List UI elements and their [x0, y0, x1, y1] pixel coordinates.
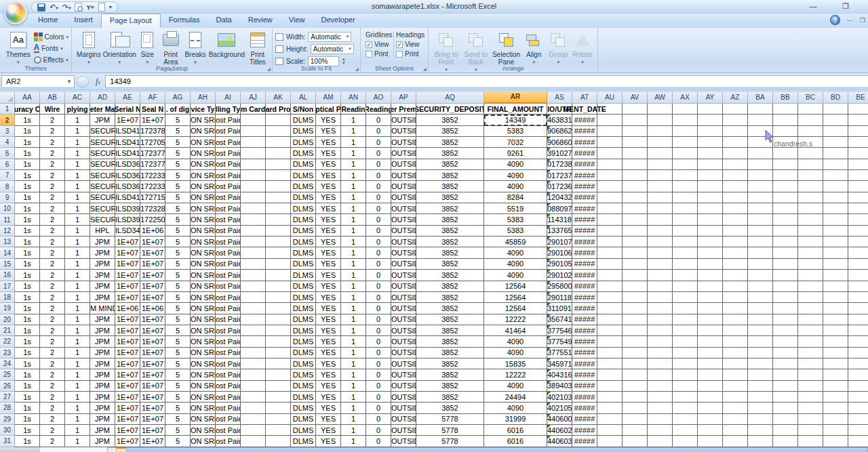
- cell[interactable]: 290106: [547, 247, 572, 258]
- cell[interactable]: [798, 214, 823, 225]
- cell[interactable]: [648, 425, 673, 436]
- formula-bar-splitter[interactable]: [77, 76, 89, 87]
- cell[interactable]: 5: [165, 148, 191, 159]
- cell[interactable]: [798, 381, 823, 392]
- cell[interactable]: DLMS: [291, 203, 316, 214]
- cell[interactable]: 1E+07: [140, 348, 165, 358]
- print-titles-button[interactable]: Print Titles: [246, 30, 270, 66]
- cell[interactable]: 0: [366, 425, 391, 436]
- cell[interactable]: [673, 270, 698, 281]
- cell[interactable]: YES: [316, 203, 341, 214]
- cell[interactable]: vice Ty: [191, 104, 216, 115]
- cell[interactable]: 3852: [416, 126, 484, 137]
- cell[interactable]: 5: [165, 414, 191, 425]
- cell[interactable]: [241, 403, 266, 413]
- row-header-13[interactable]: 13: [0, 237, 15, 247]
- cell[interactable]: YES: [316, 348, 341, 358]
- cell[interactable]: ON SRE: [191, 348, 216, 358]
- cell[interactable]: [623, 314, 648, 325]
- column-header-BE[interactable]: BE: [848, 92, 868, 104]
- column-header-AI[interactable]: AI: [216, 92, 241, 104]
- cell[interactable]: 2: [40, 303, 65, 314]
- cell[interactable]: [698, 314, 723, 325]
- cell[interactable]: [266, 425, 291, 436]
- cell[interactable]: [823, 392, 848, 403]
- cell[interactable]: [623, 403, 648, 413]
- cell[interactable]: YES: [316, 425, 341, 436]
- cell[interactable]: [773, 436, 798, 447]
- dialog-launcher-icon[interactable]: ◢: [423, 66, 427, 72]
- cell[interactable]: [673, 425, 698, 436]
- cell[interactable]: ost Paid: [216, 226, 241, 237]
- cell[interactable]: [723, 358, 748, 369]
- cell[interactable]: ost Paid: [216, 381, 241, 392]
- cell[interactable]: [698, 137, 723, 148]
- cell[interactable]: ON SRE: [191, 381, 216, 392]
- cell[interactable]: JPM: [90, 436, 115, 447]
- group-button[interactable]: Group ▾: [546, 30, 570, 66]
- cell[interactable]: 088097: [547, 203, 572, 214]
- cell[interactable]: 3852: [416, 137, 484, 148]
- cell[interactable]: JPM: [90, 237, 115, 247]
- cell[interactable]: [698, 403, 723, 413]
- cell[interactable]: [648, 126, 673, 137]
- cell[interactable]: OUTSID: [391, 403, 416, 413]
- cell[interactable]: 1E+07: [140, 369, 165, 380]
- cell[interactable]: 440600: [547, 414, 572, 425]
- cell[interactable]: [648, 336, 673, 347]
- cell[interactable]: [823, 104, 848, 115]
- cell[interactable]: [623, 325, 648, 336]
- name-box-dropdown-icon[interactable]: ▼: [66, 79, 74, 85]
- cell[interactable]: OUTSID: [391, 436, 416, 447]
- cell[interactable]: [266, 181, 291, 192]
- cell[interactable]: [623, 126, 648, 137]
- cell[interactable]: [823, 159, 848, 170]
- cell[interactable]: ON SRE: [191, 425, 216, 436]
- cell[interactable]: [266, 192, 291, 203]
- cell[interactable]: [648, 159, 673, 170]
- cell[interactable]: ON SRE: [191, 192, 216, 203]
- cell[interactable]: [748, 226, 773, 237]
- cell[interactable]: DLMS: [291, 369, 316, 380]
- cell[interactable]: [698, 104, 723, 115]
- cell[interactable]: 391027: [547, 148, 572, 159]
- cell[interactable]: SECURE: [90, 181, 115, 192]
- cell[interactable]: 440602: [547, 425, 572, 436]
- cell[interactable]: [823, 425, 848, 436]
- cell[interactable]: S/Non: [291, 104, 316, 115]
- cell[interactable]: ON SRE: [191, 137, 216, 148]
- cell[interactable]: [623, 237, 648, 247]
- cell[interactable]: 1E+07: [115, 247, 140, 258]
- cell[interactable]: 5: [165, 247, 191, 258]
- cell[interactable]: [648, 270, 673, 281]
- cell[interactable]: ost Paid: [216, 336, 241, 347]
- cell[interactable]: [723, 104, 748, 115]
- cell[interactable]: 2: [40, 148, 65, 159]
- cell[interactable]: 1E+07: [140, 259, 165, 270]
- cell[interactable]: 3852: [416, 369, 484, 380]
- cell[interactable]: [698, 292, 723, 303]
- cell[interactable]: 31999: [484, 414, 547, 425]
- cell[interactable]: DLMS: [291, 336, 316, 347]
- cell[interactable]: [823, 237, 848, 247]
- cell[interactable]: 1: [341, 137, 366, 148]
- tab-scroll-buttons[interactable]: [0, 447, 39, 452]
- sheet-tab[interactable]: [39, 447, 107, 452]
- tab-formulas[interactable]: Formulas: [161, 14, 208, 28]
- cell[interactable]: [597, 181, 623, 192]
- cell[interactable]: 1E+07: [115, 259, 140, 270]
- cell[interactable]: [648, 203, 673, 214]
- cell[interactable]: [673, 303, 698, 314]
- cell[interactable]: [623, 104, 648, 115]
- cell[interactable]: ILSD411: [115, 148, 140, 159]
- cell[interactable]: [241, 170, 266, 181]
- cell[interactable]: [597, 148, 623, 159]
- cell[interactable]: 1: [65, 303, 90, 314]
- cell[interactable]: DLMS: [291, 226, 316, 237]
- cell[interactable]: [823, 348, 848, 358]
- cell[interactable]: 1s: [15, 170, 40, 181]
- cell[interactable]: [723, 403, 748, 413]
- cell[interactable]: 1E+07: [140, 358, 165, 369]
- row-header-8[interactable]: 8: [0, 181, 15, 192]
- cell[interactable]: [673, 226, 698, 237]
